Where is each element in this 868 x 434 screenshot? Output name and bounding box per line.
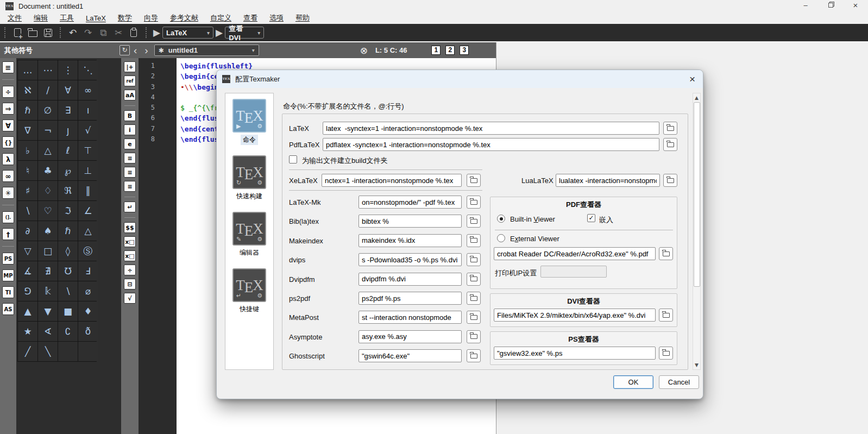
asymptote-command-input[interactable]: [358, 330, 462, 343]
dvipdfm-command-input[interactable]: [358, 273, 462, 286]
symbol-cell[interactable]: [58, 342, 78, 361]
asymptote-browse-button[interactable]: [467, 330, 481, 343]
symbol-cell[interactable]: ⅁: [18, 281, 37, 301]
symbol-cell[interactable]: ∠: [78, 201, 98, 221]
symbol-cell[interactable]: ▲: [18, 301, 37, 321]
symbol-cell[interactable]: ı: [78, 100, 98, 120]
menu-item-数学[interactable]: 数学: [116, 12, 134, 23]
copy-button[interactable]: ⧉: [96, 26, 111, 40]
symbol-cell[interactable]: ⌀: [78, 281, 98, 301]
menu-item-参考文献[interactable]: 参考文献: [168, 12, 200, 23]
restore-button[interactable]: [818, 0, 843, 12]
bold-tool[interactable]: B: [124, 110, 136, 121]
bib(la)tex-command-input[interactable]: [358, 215, 462, 228]
scroll-up-icon[interactable]: ▲: [693, 95, 700, 100]
symbol-cell[interactable]: ℓ: [58, 141, 78, 160]
dialog-tab-命令[interactable]: TEX▶⚙命令: [232, 99, 266, 145]
superscript-tool[interactable]: x□: [124, 250, 136, 261]
dvi-viewer-path-input[interactable]: [494, 309, 656, 322]
scrollbar-thumb[interactable]: [694, 102, 700, 287]
symbol-cell[interactable]: ♣: [38, 161, 58, 180]
symbol-cell[interactable]: Ⓢ: [78, 241, 98, 261]
menu-item-工具[interactable]: 工具: [58, 12, 76, 23]
symbol-cell[interactable]: ℏ: [18, 100, 37, 120]
toolbar-handle[interactable]: [4, 27, 5, 38]
symbol-cell[interactable]: ♢: [38, 181, 58, 200]
symbol-cell[interactable]: [78, 342, 98, 361]
dialog-close-button[interactable]: ×: [689, 74, 695, 84]
latex-mk-command-input[interactable]: [358, 196, 462, 209]
symbol-cell[interactable]: Ⅎ: [78, 261, 98, 281]
printer-ip-input[interactable]: [540, 266, 607, 278]
open-file-select[interactable]: ✱ untitled1 ▾: [154, 45, 259, 56]
next-document-button[interactable]: ›: [144, 45, 148, 55]
previous-document-button[interactable]: ‹: [134, 45, 137, 55]
symbol-cell[interactable]: ■: [58, 301, 78, 321]
dvipdfm-browse-button[interactable]: [467, 273, 481, 286]
metapost-browse-button[interactable]: [467, 311, 481, 324]
menu-item-自定义[interactable]: 自定义: [208, 12, 234, 23]
pdflatex-browse-button[interactable]: [663, 138, 677, 151]
symbol-cell[interactable]: ℑ: [58, 201, 78, 221]
symbol-cell[interactable]: □: [38, 241, 58, 261]
xelatex-command-input[interactable]: [322, 174, 462, 187]
dialog-scrollbar[interactable]: ▲ ▼: [693, 93, 701, 370]
cancel-button[interactable]: Cancel: [659, 375, 699, 389]
newline-tool[interactable]: |+: [124, 61, 136, 72]
bib(la)tex-browse-button[interactable]: [467, 215, 481, 228]
dialog-tab-快捷键[interactable]: TEX↵⚙快捷键: [232, 268, 266, 315]
symbol-cell[interactable]: ◊: [58, 241, 78, 261]
ps-viewer-path-input[interactable]: [494, 347, 656, 360]
embed-checkbox[interactable]: ✓: [587, 214, 595, 222]
frac-tool[interactable]: ÷: [124, 265, 136, 275]
toolbar-handle[interactable]: [146, 27, 147, 38]
ok-button[interactable]: OK: [613, 375, 653, 389]
symbol-cell[interactable]: ╲: [38, 342, 58, 361]
session-button-3[interactable]: 3: [460, 46, 469, 55]
symbol-cell[interactable]: ⋯: [38, 60, 58, 80]
menu-item-LaTeX[interactable]: LaTeX: [84, 14, 108, 23]
redo-button[interactable]: ↷: [80, 26, 96, 40]
cut-button[interactable]: ✂: [111, 26, 126, 40]
flushleft-tool[interactable]: ≡: [124, 153, 136, 163]
symbol-cell[interactable]: ℏ: [58, 221, 78, 241]
flushright-tool[interactable]: ≡: [124, 181, 136, 192]
symbol-cell[interactable]: ♠: [38, 221, 58, 241]
symbol-cell[interactable]: ∁: [58, 322, 78, 341]
symbol-cell[interactable]: ℘: [58, 161, 78, 180]
symbol-cell[interactable]: ⊥: [78, 161, 98, 180]
symbol-cell[interactable]: ♯: [18, 181, 37, 200]
symbol-cell[interactable]: ∞: [78, 80, 98, 100]
symbol-cell[interactable]: ∖: [58, 281, 78, 301]
symbol-tab-asymptote[interactable]: AS: [2, 303, 14, 315]
menu-item-编辑[interactable]: 编辑: [32, 12, 50, 23]
symbol-cell[interactable]: ▽: [18, 241, 37, 261]
symbol-cell[interactable]: ∡: [18, 261, 37, 281]
scroll-down-icon[interactable]: ▼: [693, 362, 700, 368]
symbol-cell[interactable]: ∂: [18, 221, 37, 241]
symbol-cell[interactable]: ‖: [78, 181, 98, 200]
symbol-cell[interactable]: ¬: [38, 121, 58, 140]
symbol-tab-misc-symbols[interactable]: ✳: [2, 187, 14, 199]
symbol-tab-tikz[interactable]: TI: [2, 286, 14, 298]
symbol-cell[interactable]: ∕: [38, 80, 58, 100]
makeindex-browse-button[interactable]: [467, 234, 481, 247]
sqrt-tool[interactable]: √: [124, 293, 136, 304]
session-button-2[interactable]: 2: [445, 46, 455, 55]
symbol-tab-misc-math[interactable]: ∀: [2, 119, 14, 131]
view-command-select[interactable]: 查看DVI ▾: [225, 27, 264, 39]
symbol-tab-delimiters[interactable]: {}: [2, 136, 14, 148]
symbol-cell[interactable]: ⋮: [58, 60, 78, 80]
symbol-cell[interactable]: 𝕜: [38, 281, 58, 301]
symbol-cell[interactable]: ȷ: [58, 121, 78, 140]
symbol-cell[interactable]: ⊤: [78, 141, 98, 160]
menu-item-帮助[interactable]: 帮助: [293, 12, 312, 23]
symbol-tab-metapost[interactable]: MP: [2, 269, 14, 281]
metapost-command-input[interactable]: [358, 311, 462, 324]
symbol-cell[interactable]: ℜ: [58, 181, 78, 200]
symbol-cell[interactable]: ★: [18, 322, 37, 341]
ghostscript-browse-button[interactable]: [467, 349, 481, 362]
toolbar-handle[interactable]: [60, 27, 61, 38]
stop-process-icon[interactable]: ⊗: [360, 45, 368, 56]
ghostscript-command-input[interactable]: [358, 349, 462, 362]
